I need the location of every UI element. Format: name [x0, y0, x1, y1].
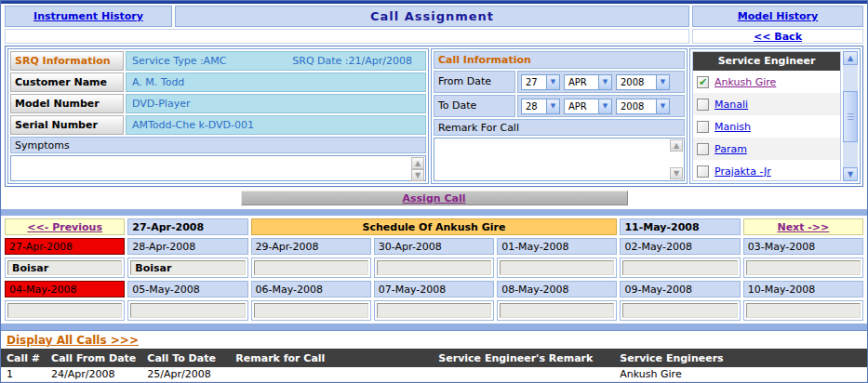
location-input[interactable]: [377, 260, 491, 275]
back-link[interactable]: << Back: [754, 31, 802, 43]
location-input[interactable]: [622, 260, 737, 275]
schedule-day-cell[interactable]: 08-May-2008: [497, 281, 617, 297]
location-input[interactable]: [746, 303, 861, 318]
engineer-checkbox[interactable]: [697, 76, 709, 88]
chevron-down-icon: ▼: [598, 99, 611, 113]
schedule-day-cell[interactable]: 04-May-2008: [5, 281, 125, 297]
location-cell: [497, 258, 617, 278]
instrument-history-cell: Instrument History: [5, 6, 172, 27]
symptoms-scrollbar: ▲ ▼: [411, 157, 424, 179]
schedule-day-cell[interactable]: 10-May-2008: [743, 281, 863, 297]
page-title: Call Assignment: [370, 9, 494, 23]
symptoms-textarea[interactable]: ▲ ▼: [10, 155, 426, 181]
engineer-link[interactable]: Prajakta -Jr: [714, 165, 771, 178]
engineer-checkbox[interactable]: [697, 99, 709, 111]
schedule-day-cell[interactable]: 05-May-2008: [127, 281, 247, 297]
scroll-up-icon[interactable]: ▲: [411, 157, 424, 169]
to-date-row: To Date 28▼ APR▼ 2008▼: [434, 95, 685, 117]
schedule-day-cell[interactable]: 30-Apr-2008: [374, 238, 494, 255]
engineer-link[interactable]: Param: [714, 143, 747, 155]
schedule-day-cell[interactable]: 01-May-2008: [497, 238, 617, 255]
chevron-down-icon: ▼: [656, 75, 669, 89]
from-month-value: APR: [565, 75, 598, 89]
engineer-item: Prajakta -Jr: [693, 160, 840, 182]
location-input[interactable]: [500, 303, 614, 318]
engineer-link[interactable]: Manish: [714, 121, 751, 133]
location-input[interactable]: [500, 260, 614, 275]
call-assignment-page: Instrument History Call Assignment Model…: [0, 0, 868, 383]
to-day-select[interactable]: 28▼: [521, 99, 560, 114]
serial-number-value: AMTodd-Che k-DVD-001: [126, 115, 426, 135]
location-input[interactable]: [377, 303, 491, 318]
location-cell: [374, 258, 494, 278]
location-input[interactable]: Boisar: [130, 260, 245, 275]
engineer-item: Manish: [693, 115, 840, 138]
model-history-link[interactable]: Model History: [738, 10, 818, 22]
call-information-label: Call Information: [434, 51, 685, 69]
location-input[interactable]: [254, 303, 368, 318]
engineer-link[interactable]: Manali: [714, 99, 748, 111]
schedule-day-cell[interactable]: 03-May-2008: [743, 238, 863, 255]
scrollbar-thumb[interactable]: ☰: [843, 91, 858, 142]
schedule-end-date: 11-May-2008: [620, 218, 740, 235]
instrument-history-link[interactable]: Instrument History: [33, 10, 143, 22]
to-month-select[interactable]: APR▼: [564, 99, 612, 114]
location-input[interactable]: [7, 303, 122, 318]
col-call-to-date: Call To Date: [141, 349, 230, 367]
scroll-down-icon[interactable]: ▼: [843, 167, 858, 181]
from-day-select[interactable]: 27▼: [521, 74, 560, 90]
from-month-select[interactable]: APR▼: [564, 74, 612, 90]
scroll-up-icon[interactable]: ▲: [843, 51, 858, 65]
title-cell: Call Assignment: [175, 6, 689, 27]
srq-section-label: SRQ Information: [10, 51, 124, 71]
engineer-checkbox[interactable]: [697, 143, 709, 155]
location-cell: Boisar: [5, 258, 125, 278]
scrollbar-track[interactable]: ☰: [843, 65, 858, 167]
location-input[interactable]: [746, 260, 861, 275]
model-number-label: Model Number: [10, 94, 124, 113]
srq-information-panel: SRQ Information Service Type :AMC SRQ Da…: [7, 48, 429, 184]
location-input[interactable]: Boisar: [7, 260, 122, 275]
schedule-day-cell[interactable]: 29-Apr-2008: [251, 238, 371, 255]
engineer-link[interactable]: Ankush Gire: [714, 76, 776, 88]
remark-scrollbar: ▲ ▼: [670, 139, 683, 179]
schedule-day-cell[interactable]: 09-May-2008: [620, 281, 740, 297]
engineer-item: Param: [693, 138, 840, 160]
display-all-calls-link[interactable]: Display All Calls >>>: [7, 334, 139, 347]
srq-header-row: SRQ Information Service Type :AMC SRQ Da…: [10, 51, 426, 71]
location-input[interactable]: [622, 303, 737, 318]
from-day-value: 27: [522, 75, 546, 89]
engineer-checkbox[interactable]: [697, 121, 709, 133]
service-engineer-panel: Service Engineer Ankush Gire Manali Mani…: [689, 48, 861, 184]
schedule-day-cell[interactable]: 07-May-2008: [374, 281, 494, 297]
to-year-select[interactable]: 2008▼: [616, 99, 670, 114]
schedule-day-cell[interactable]: 06-May-2008: [251, 281, 371, 297]
next-link[interactable]: Next ->>: [777, 221, 829, 233]
schedule-day-cell[interactable]: 02-May-2008: [620, 238, 740, 255]
remark-for-call-textarea[interactable]: ▲ ▼: [434, 138, 685, 181]
service-engineer-header: Service Engineer: [693, 52, 840, 71]
schedule-day-cell[interactable]: 27-Apr-2008: [5, 238, 125, 255]
engineer-item: Ankush Gire: [693, 71, 840, 93]
from-date-label: From Date: [434, 71, 515, 93]
scroll-down-icon[interactable]: ▼: [670, 167, 683, 179]
engineer-item: Manali: [693, 93, 840, 115]
engineer-checkbox[interactable]: [697, 165, 709, 178]
assign-call-button[interactable]: Assign Call: [241, 191, 628, 205]
call-from-date: 24/Apr/2008: [46, 367, 141, 381]
schedule-day-cell[interactable]: 28-Apr-2008: [127, 238, 247, 255]
location-cell: [5, 300, 125, 321]
to-date-selects: 28▼ APR▼ 2008▼: [517, 95, 685, 117]
scroll-up-icon[interactable]: ▲: [670, 139, 683, 152]
from-year-value: 2008: [617, 75, 656, 89]
location-input[interactable]: [254, 260, 368, 275]
location-input[interactable]: [130, 303, 245, 318]
previous-link[interactable]: <<- Previous: [27, 221, 102, 233]
engineer-scrollbar: ▲ ☰ ▼: [843, 51, 858, 181]
calls-section: Display All Calls >>> Call # Call From D…: [1, 330, 867, 383]
scroll-down-icon[interactable]: ▼: [411, 169, 424, 181]
from-year-select[interactable]: 2008▼: [616, 74, 670, 90]
chevron-down-icon: ▼: [598, 75, 611, 89]
srq-header-values: Service Type :AMC SRQ Date :21/Apr/2008: [126, 51, 426, 71]
schedule-title: Schedule Of Ankush Gire: [251, 218, 618, 235]
